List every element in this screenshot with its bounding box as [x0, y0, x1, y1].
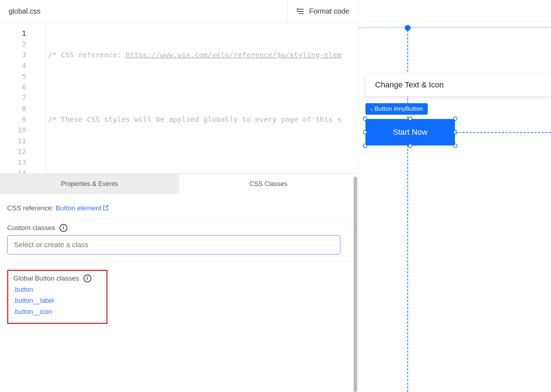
global-classes-label-row: Global Button classes i: [13, 274, 101, 282]
resize-handle[interactable]: [408, 116, 412, 121]
global-class-item[interactable]: .button: [13, 286, 101, 293]
css-reference-link[interactable]: Button element: [56, 204, 109, 212]
line-number: 8: [0, 103, 46, 114]
code-editor[interactable]: 1 2 3 4 5 6 7 8 9 10 11 12 13 14 /* CSS …: [0, 23, 358, 173]
custom-classes-label-row: Custom classes i: [7, 224, 351, 232]
info-icon[interactable]: i: [83, 274, 91, 282]
format-icon: [296, 8, 304, 15]
custom-classes-input[interactable]: [7, 235, 340, 254]
resize-handle[interactable]: [363, 116, 367, 121]
tab-css-classes[interactable]: CSS Classes: [179, 174, 358, 194]
tab-properties-events[interactable]: Properties & Events: [0, 174, 179, 194]
css-reference-label: CSS reference:: [7, 204, 56, 212]
chevron-left-icon: ‹: [370, 106, 372, 112]
info-icon[interactable]: i: [59, 224, 67, 232]
editor-header: global.css Format code: [0, 0, 358, 23]
line-number: 9: [0, 114, 46, 125]
change-text-icon-popover[interactable]: Change Text & Icon: [365, 73, 551, 96]
button-label: Start Now: [393, 128, 428, 137]
line-number: 7: [0, 92, 46, 103]
line-number: 14: [0, 168, 46, 173]
filename: global.css: [0, 7, 287, 15]
line-number: 6: [0, 82, 46, 92]
code-area[interactable]: /* CSS reference: https://www.wix.com/ve…: [47, 23, 358, 173]
scrollbar[interactable]: [354, 177, 357, 392]
line-number: 1: [0, 28, 46, 39]
resize-handle[interactable]: [363, 144, 367, 148]
css-reference-row: CSS reference: Button element: [7, 200, 351, 220]
design-canvas[interactable]: Change Text & Icon ‹ Button #myButton St…: [358, 0, 551, 392]
resize-handle[interactable]: [408, 144, 412, 148]
code-comment: /* CSS reference:: [48, 51, 126, 59]
resize-handle[interactable]: [453, 144, 457, 148]
line-number: 10: [0, 125, 46, 135]
resize-handle[interactable]: [363, 130, 367, 134]
format-code-label: Format code: [309, 7, 349, 15]
element-breadcrumb[interactable]: ‹ Button #myButton: [365, 103, 428, 115]
global-class-item[interactable]: .button__label: [13, 297, 101, 305]
global-classes-label: Global Button classes: [13, 274, 79, 282]
global-class-item[interactable]: .button__icon: [13, 308, 101, 316]
line-number: 11: [0, 135, 46, 146]
code-url[interactable]: https://www.wix.com/velo/reference/$w/st…: [126, 51, 341, 59]
external-link-icon: [103, 205, 109, 210]
selected-button-element[interactable]: Start Now: [365, 119, 455, 145]
horizontal-guide: [455, 132, 551, 133]
line-number: 3: [0, 49, 46, 60]
panel-tabs: Properties & Events CSS Classes: [0, 174, 358, 194]
breadcrumb-label: Button #myButton: [374, 105, 423, 113]
line-number: 12: [0, 146, 46, 157]
bottom-panel: Properties & Events CSS Classes CSS refe…: [0, 173, 358, 392]
line-number: 13: [0, 157, 46, 168]
line-number: 2: [0, 39, 46, 49]
global-classes-box: Global Button classes i .button .button_…: [7, 270, 107, 324]
ruler[interactable]: [358, 27, 551, 28]
code-comment: /* These CSS styles will be applied glob…: [48, 115, 341, 124]
line-number: 4: [0, 60, 46, 71]
format-code-button[interactable]: Format code: [287, 0, 358, 23]
custom-classes-label: Custom classes: [7, 224, 55, 232]
line-gutter: 1 2 3 4 5 6 7 8 9 10 11 12 13 14: [0, 23, 47, 173]
line-number: 5: [0, 71, 46, 82]
resize-handle[interactable]: [453, 116, 457, 121]
